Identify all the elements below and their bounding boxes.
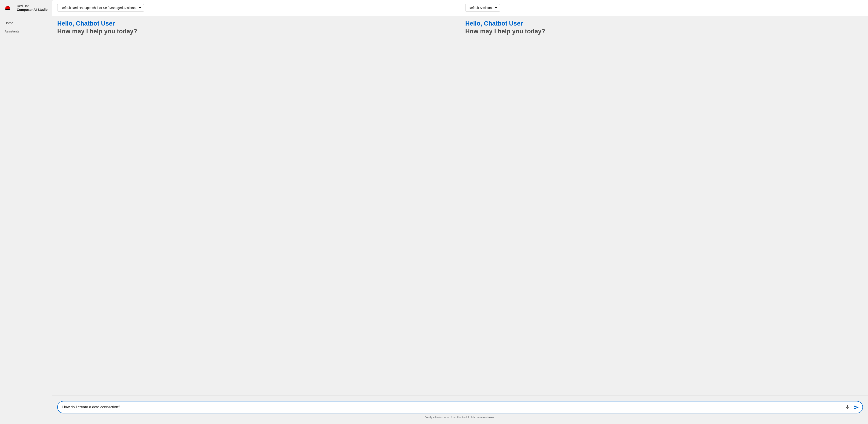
brand: Red Hat Composer AI Studio [0,3,52,16]
brand-line1: Red Hat [17,4,48,8]
sidebar-nav: Home Assistants [0,16,52,35]
panel-body: Hello, Chatbot User How may I help you t… [52,16,460,395]
disclaimer-text: Verify all information from this tool. L… [57,414,863,422]
microphone-icon[interactable] [845,405,850,410]
assistant-dropdown-label: Default Assistant [469,6,493,10]
sidebar-item-assistants[interactable]: Assistants [0,27,52,35]
panel-header: Default Red Hat Openshift AI Self Manage… [52,0,460,16]
panel-header: Default Assistant [460,0,868,16]
sidebar: Red Hat Composer AI Studio Home Assistan… [0,0,52,424]
chat-input[interactable] [62,401,842,413]
brand-text: Red Hat Composer AI Studio [17,4,48,11]
chat-input-wrap [57,401,863,414]
sidebar-item-label: Assistants [5,29,19,33]
caret-down-icon [139,7,141,8]
brand-separator [14,5,14,11]
chat-input-area: Verify all information from this tool. L… [52,395,868,424]
chat-panel-left: Default Red Hat Openshift AI Self Manage… [52,0,460,395]
assistant-dropdown-label: Default Red Hat Openshift AI Self Manage… [61,6,136,10]
sidebar-item-home[interactable]: Home [0,19,52,27]
assistant-dropdown[interactable]: Default Assistant [465,4,500,11]
greeting-subtitle: How may I help you today? [57,28,455,35]
send-icon[interactable] [853,405,858,410]
assistant-dropdown[interactable]: Default Red Hat Openshift AI Self Manage… [57,4,144,11]
greeting-title: Hello, Chatbot User [57,20,455,28]
brand-line2: Composer AI Studio [17,8,48,11]
chat-panel-right: Default Assistant Hello, Chatbot User Ho… [460,0,868,395]
sidebar-item-label: Home [5,21,13,25]
panel-body: Hello, Chatbot User How may I help you t… [460,16,868,395]
greeting-title: Hello, Chatbot User [465,20,863,28]
main-content: Default Red Hat Openshift AI Self Manage… [52,0,868,424]
greeting-subtitle: How may I help you today? [465,28,863,35]
caret-down-icon [495,7,497,8]
chat-panels: Default Red Hat Openshift AI Self Manage… [52,0,868,395]
redhat-logo-icon [4,4,11,11]
